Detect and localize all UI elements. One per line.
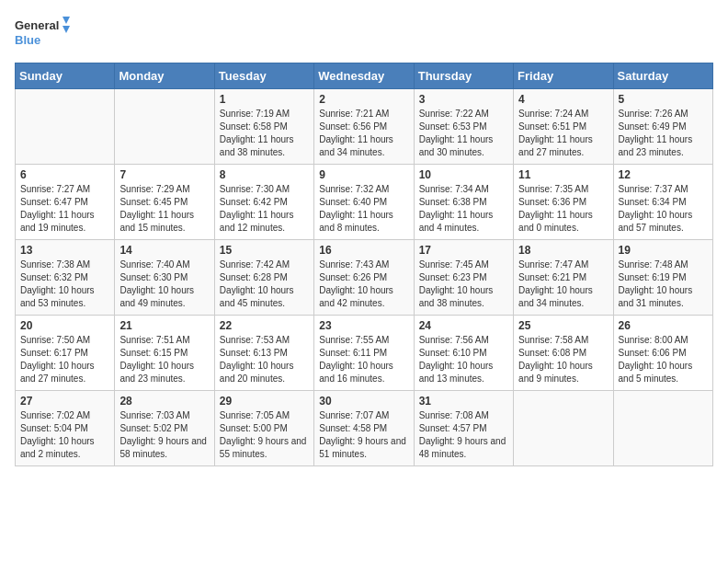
day-number: 17 xyxy=(419,244,508,257)
calendar-cell: 29Sunrise: 7:05 AMSunset: 5:00 PMDayligh… xyxy=(214,391,313,466)
calendar-cell: 2Sunrise: 7:21 AMSunset: 6:56 PMDaylight… xyxy=(314,89,414,165)
day-info: Sunrise: 7:30 AMSunset: 6:42 PMDaylight:… xyxy=(220,183,309,235)
svg-text:General: General xyxy=(15,18,59,32)
calendar-cell: 15Sunrise: 7:42 AMSunset: 6:28 PMDayligh… xyxy=(214,240,313,316)
day-number: 26 xyxy=(619,319,708,332)
calendar-cell: 3Sunrise: 7:22 AMSunset: 6:53 PMDaylight… xyxy=(414,89,513,165)
calendar-cell: 18Sunrise: 7:47 AMSunset: 6:21 PMDayligh… xyxy=(514,240,613,316)
day-number: 30 xyxy=(319,395,408,408)
day-number: 24 xyxy=(419,319,508,332)
calendar-cell: 26Sunrise: 8:00 AMSunset: 6:06 PMDayligh… xyxy=(613,316,712,391)
day-info: Sunrise: 7:22 AMSunset: 6:53 PMDaylight:… xyxy=(419,108,508,159)
calendar-cell: 10Sunrise: 7:34 AMSunset: 6:38 PMDayligh… xyxy=(414,165,513,240)
logo-svg: General Blue xyxy=(15,15,70,53)
day-number: 23 xyxy=(319,319,408,332)
day-number: 1 xyxy=(220,93,309,106)
weekday-header: Thursday xyxy=(414,63,513,89)
day-info: Sunrise: 7:38 AMSunset: 6:32 PMDaylight:… xyxy=(20,259,109,310)
day-info: Sunrise: 7:47 AMSunset: 6:21 PMDaylight:… xyxy=(518,259,608,310)
calendar-table: SundayMondayTuesdayWednesdayThursdayFrid… xyxy=(15,63,713,466)
day-info: Sunrise: 7:03 AMSunset: 5:02 PMDaylight:… xyxy=(119,409,209,461)
day-info: Sunrise: 7:56 AMSunset: 6:10 PMDaylight:… xyxy=(419,334,508,385)
day-number: 25 xyxy=(518,319,608,332)
day-number: 2 xyxy=(319,93,408,106)
day-info: Sunrise: 7:43 AMSunset: 6:26 PMDaylight:… xyxy=(319,259,408,310)
day-number: 12 xyxy=(619,168,708,181)
day-info: Sunrise: 7:58 AMSunset: 6:08 PMDaylight:… xyxy=(518,334,608,385)
calendar-cell: 14Sunrise: 7:40 AMSunset: 6:30 PMDayligh… xyxy=(115,240,214,316)
day-info: Sunrise: 7:55 AMSunset: 6:11 PMDaylight:… xyxy=(319,334,408,385)
calendar-cell: 17Sunrise: 7:45 AMSunset: 6:23 PMDayligh… xyxy=(414,240,513,316)
day-number: 10 xyxy=(419,168,508,181)
calendar-week-row: 6Sunrise: 7:27 AMSunset: 6:47 PMDaylight… xyxy=(16,165,713,240)
day-number: 14 xyxy=(119,244,209,257)
calendar-week-row: 13Sunrise: 7:38 AMSunset: 6:32 PMDayligh… xyxy=(16,240,713,316)
calendar-week-row: 1Sunrise: 7:19 AMSunset: 6:58 PMDaylight… xyxy=(16,89,713,165)
svg-marker-3 xyxy=(63,26,70,33)
svg-text:Blue: Blue xyxy=(15,33,40,47)
day-number: 7 xyxy=(119,168,209,181)
weekday-header: Wednesday xyxy=(314,63,414,89)
day-number: 11 xyxy=(518,168,608,181)
weekday-header: Friday xyxy=(514,63,613,89)
day-info: Sunrise: 7:19 AMSunset: 6:58 PMDaylight:… xyxy=(220,108,309,159)
calendar-cell: 4Sunrise: 7:24 AMSunset: 6:51 PMDaylight… xyxy=(514,89,613,165)
day-info: Sunrise: 7:07 AMSunset: 4:58 PMDaylight:… xyxy=(319,409,408,461)
day-number: 3 xyxy=(419,93,508,106)
day-info: Sunrise: 7:05 AMSunset: 5:00 PMDaylight:… xyxy=(220,409,309,461)
calendar-cell xyxy=(115,89,214,165)
calendar-cell: 27Sunrise: 7:02 AMSunset: 5:04 PMDayligh… xyxy=(16,391,115,466)
calendar-cell: 28Sunrise: 7:03 AMSunset: 5:02 PMDayligh… xyxy=(115,391,214,466)
calendar-cell: 13Sunrise: 7:38 AMSunset: 6:32 PMDayligh… xyxy=(16,240,115,316)
day-number: 9 xyxy=(319,168,408,181)
calendar-cell xyxy=(613,391,712,466)
day-number: 19 xyxy=(619,244,708,257)
day-number: 18 xyxy=(518,244,608,257)
day-info: Sunrise: 7:35 AMSunset: 6:36 PMDaylight:… xyxy=(518,183,608,235)
weekday-header: Sunday xyxy=(16,63,115,89)
day-number: 22 xyxy=(220,319,309,332)
calendar-cell: 9Sunrise: 7:32 AMSunset: 6:40 PMDaylight… xyxy=(314,165,414,240)
day-info: Sunrise: 7:21 AMSunset: 6:56 PMDaylight:… xyxy=(319,108,408,159)
day-number: 27 xyxy=(20,395,109,408)
calendar-cell: 5Sunrise: 7:26 AMSunset: 6:49 PMDaylight… xyxy=(613,89,712,165)
calendar-cell: 31Sunrise: 7:08 AMSunset: 4:57 PMDayligh… xyxy=(414,391,513,466)
calendar-cell: 20Sunrise: 7:50 AMSunset: 6:17 PMDayligh… xyxy=(16,316,115,391)
day-number: 16 xyxy=(319,244,408,257)
calendar-cell: 12Sunrise: 7:37 AMSunset: 6:34 PMDayligh… xyxy=(613,165,712,240)
calendar-cell: 24Sunrise: 7:56 AMSunset: 6:10 PMDayligh… xyxy=(414,316,513,391)
weekday-header-row: SundayMondayTuesdayWednesdayThursdayFrid… xyxy=(16,63,713,89)
day-info: Sunrise: 7:34 AMSunset: 6:38 PMDaylight:… xyxy=(419,183,508,235)
day-info: Sunrise: 7:27 AMSunset: 6:47 PMDaylight:… xyxy=(20,183,109,235)
day-number: 21 xyxy=(119,319,209,332)
day-info: Sunrise: 7:48 AMSunset: 6:19 PMDaylight:… xyxy=(619,259,708,310)
weekday-header: Saturday xyxy=(613,63,712,89)
day-number: 29 xyxy=(220,395,309,408)
day-info: Sunrise: 8:00 AMSunset: 6:06 PMDaylight:… xyxy=(619,334,708,385)
calendar-cell: 8Sunrise: 7:30 AMSunset: 6:42 PMDaylight… xyxy=(214,165,313,240)
day-info: Sunrise: 7:29 AMSunset: 6:45 PMDaylight:… xyxy=(119,183,209,235)
day-number: 20 xyxy=(20,319,109,332)
calendar-cell xyxy=(514,391,613,466)
day-info: Sunrise: 7:37 AMSunset: 6:34 PMDaylight:… xyxy=(619,183,708,235)
calendar-cell: 21Sunrise: 7:51 AMSunset: 6:15 PMDayligh… xyxy=(115,316,214,391)
calendar-cell: 6Sunrise: 7:27 AMSunset: 6:47 PMDaylight… xyxy=(16,165,115,240)
day-info: Sunrise: 7:26 AMSunset: 6:49 PMDaylight:… xyxy=(619,108,708,159)
day-info: Sunrise: 7:45 AMSunset: 6:23 PMDaylight:… xyxy=(419,259,508,310)
weekday-header: Tuesday xyxy=(214,63,313,89)
day-info: Sunrise: 7:42 AMSunset: 6:28 PMDaylight:… xyxy=(220,259,309,310)
calendar-cell: 11Sunrise: 7:35 AMSunset: 6:36 PMDayligh… xyxy=(514,165,613,240)
day-number: 28 xyxy=(119,395,209,408)
day-info: Sunrise: 7:50 AMSunset: 6:17 PMDaylight:… xyxy=(20,334,109,385)
day-info: Sunrise: 7:08 AMSunset: 4:57 PMDaylight:… xyxy=(419,409,508,461)
day-info: Sunrise: 7:32 AMSunset: 6:40 PMDaylight:… xyxy=(319,183,408,235)
calendar-cell: 1Sunrise: 7:19 AMSunset: 6:58 PMDaylight… xyxy=(214,89,313,165)
day-info: Sunrise: 7:51 AMSunset: 6:15 PMDaylight:… xyxy=(119,334,209,385)
calendar-cell: 23Sunrise: 7:55 AMSunset: 6:11 PMDayligh… xyxy=(314,316,414,391)
calendar-cell xyxy=(16,89,115,165)
day-number: 5 xyxy=(619,93,708,106)
day-number: 13 xyxy=(20,244,109,257)
day-info: Sunrise: 7:24 AMSunset: 6:51 PMDaylight:… xyxy=(518,108,608,159)
day-number: 6 xyxy=(20,168,109,181)
day-number: 4 xyxy=(518,93,608,106)
